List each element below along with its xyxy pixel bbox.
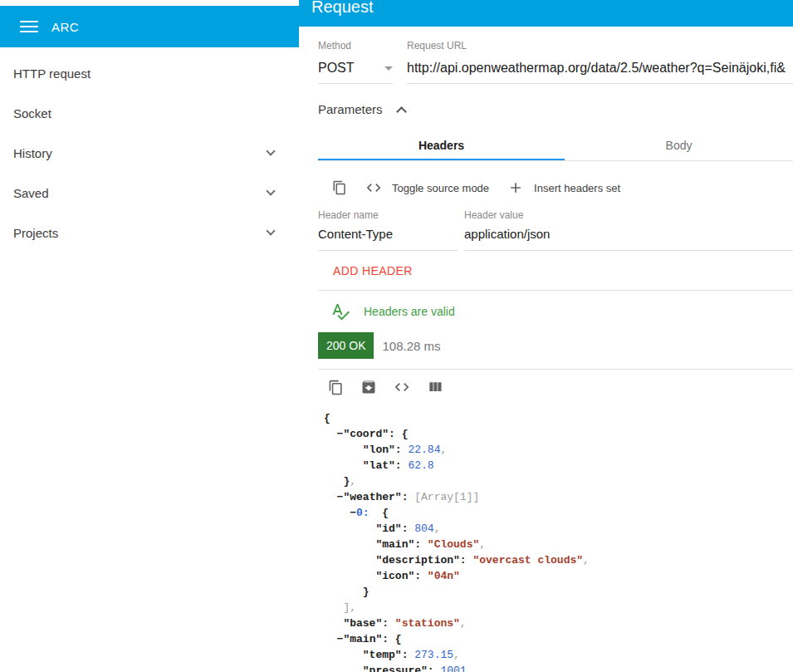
json-line: −"coord": { — [324, 426, 793, 442]
header-name-label: Header name — [318, 209, 458, 221]
header-value-input[interactable]: application/json — [464, 221, 793, 251]
json-token: "lat" — [363, 459, 395, 472]
url-field: Request URL http://api.openweathermap.or… — [407, 40, 793, 84]
sidebar-item-socket[interactable]: Socket — [0, 93, 299, 133]
json-token: "04n" — [428, 570, 460, 582]
json-token — [324, 665, 363, 672]
json-token — [324, 570, 375, 582]
chevron-down-icon — [266, 226, 275, 235]
app-name: ARC — [51, 20, 79, 34]
json-line: "description": "overcast clouds", — [324, 552, 793, 568]
json-token: : — [382, 617, 395, 630]
method-field: Method POST — [318, 40, 393, 84]
json-collapse-toggle-icon[interactable]: − — [350, 507, 356, 519]
view-column-icon[interactable] — [427, 379, 443, 395]
json-token: 22.84 — [408, 444, 440, 456]
json-token — [324, 491, 337, 503]
json-line: }, — [324, 473, 793, 489]
header-editor-row: Header name Content-Type Header value ap… — [318, 209, 793, 251]
tab-body[interactable]: Body — [565, 130, 793, 160]
json-token: : { — [389, 428, 408, 440]
json-token: , — [350, 475, 356, 488]
json-token: "Clouds" — [428, 538, 479, 551]
json-token — [324, 538, 375, 551]
json-token: , — [467, 665, 473, 672]
parameters-tabs: Headers Body — [318, 130, 793, 161]
json-token: "pressure" — [363, 665, 428, 672]
json-line: −0: { — [324, 505, 793, 521]
json-token: : — [402, 522, 415, 535]
json-token: , — [434, 522, 441, 535]
code-icon[interactable] — [365, 179, 382, 196]
code-response-icon[interactable] — [394, 379, 410, 395]
json-tree[interactable]: { −"coord": { "lon": 22.84, "lat": 62.8 … — [324, 410, 793, 672]
sidebar-item-projects[interactable]: Projects — [0, 213, 299, 253]
sidebar-item-label: History — [13, 146, 52, 160]
sidebar-item-saved[interactable]: Saved — [0, 173, 299, 213]
save-archive-icon[interactable] — [360, 379, 377, 395]
header-value-field: Header value application/json — [464, 209, 793, 251]
parameters-label: Parameters — [318, 102, 383, 116]
json-token: { — [370, 507, 389, 519]
json-token: { — [324, 412, 330, 424]
json-line: "pressure": 1001, — [324, 663, 793, 672]
json-token: "temp" — [363, 649, 402, 661]
json-token — [324, 428, 337, 440]
json-token: : — [395, 444, 409, 456]
insert-headers-set-button[interactable]: Insert headers set — [534, 182, 620, 194]
json-token: : — [414, 570, 428, 582]
sidebar-item-label: HTTP request — [13, 66, 91, 81]
json-token: "stations" — [395, 617, 460, 630]
json-token: "main" — [375, 538, 414, 551]
json-line: { — [324, 410, 793, 426]
url-label: Request URL — [407, 40, 793, 52]
json-token: , — [583, 554, 590, 567]
json-line: ], — [324, 600, 793, 616]
json-token: 804 — [414, 522, 433, 535]
parameters-toggle[interactable]: Parameters — [318, 102, 426, 116]
tab-headers[interactable]: Headers — [318, 130, 565, 160]
json-line: −"weather": [Array[1]] — [324, 489, 793, 505]
app-window: ARC HTTP request Socket History Saved Pr… — [0, 0, 793, 672]
method-selected-value: POST — [318, 61, 355, 76]
json-token: [Array[1]] — [414, 491, 479, 503]
copy-icon[interactable] — [332, 180, 347, 195]
json-token — [324, 475, 343, 488]
sidebar: ARC HTTP request Socket History Saved Pr… — [0, 0, 299, 672]
json-token: : { — [382, 633, 401, 645]
json-line: "icon": "04n" — [324, 568, 793, 584]
sidebar-item-http-request[interactable]: HTTP request — [0, 53, 299, 93]
request-line: Method POST Request URL http://api.openw… — [318, 40, 793, 84]
sidebar-item-label: Socket — [13, 106, 51, 120]
json-token — [324, 444, 363, 456]
json-token — [324, 633, 337, 645]
json-token: "main" — [343, 633, 382, 645]
json-token: "id" — [375, 522, 401, 535]
toggle-source-mode-button[interactable]: Toggle source mode — [392, 182, 489, 194]
plus-icon[interactable] — [507, 179, 524, 196]
chevron-down-icon — [266, 186, 275, 195]
sidebar-item-label: Projects — [13, 226, 58, 240]
json-token: : — [395, 459, 409, 472]
json-token: "base" — [343, 617, 382, 630]
json-token — [324, 522, 375, 535]
copy-response-icon[interactable] — [328, 380, 344, 395]
headers-validation: Headers are valid — [318, 291, 793, 321]
response-toolbar — [328, 379, 793, 395]
method-label: Method — [318, 40, 393, 52]
add-header-button[interactable]: ADD HEADER — [333, 264, 413, 277]
json-token: 1001 — [440, 665, 466, 672]
dropdown-arrow-icon — [384, 66, 393, 71]
sidebar-header: ARC — [0, 6, 299, 47]
json-token: , — [440, 444, 447, 456]
header-name-input[interactable]: Content-Type — [318, 221, 458, 251]
json-token: , — [479, 538, 486, 551]
validation-message: Headers are valid — [364, 305, 455, 318]
json-line: "lat": 62.8 — [324, 458, 793, 473]
sidebar-item-history[interactable]: History — [0, 133, 299, 173]
json-token: 0: — [356, 507, 370, 519]
method-dropdown[interactable]: POST — [318, 61, 393, 84]
json-token — [324, 649, 363, 661]
url-input[interactable]: http://api.openweathermap.org/data/2.5/w… — [407, 61, 793, 84]
hamburger-menu-icon[interactable] — [20, 21, 38, 32]
